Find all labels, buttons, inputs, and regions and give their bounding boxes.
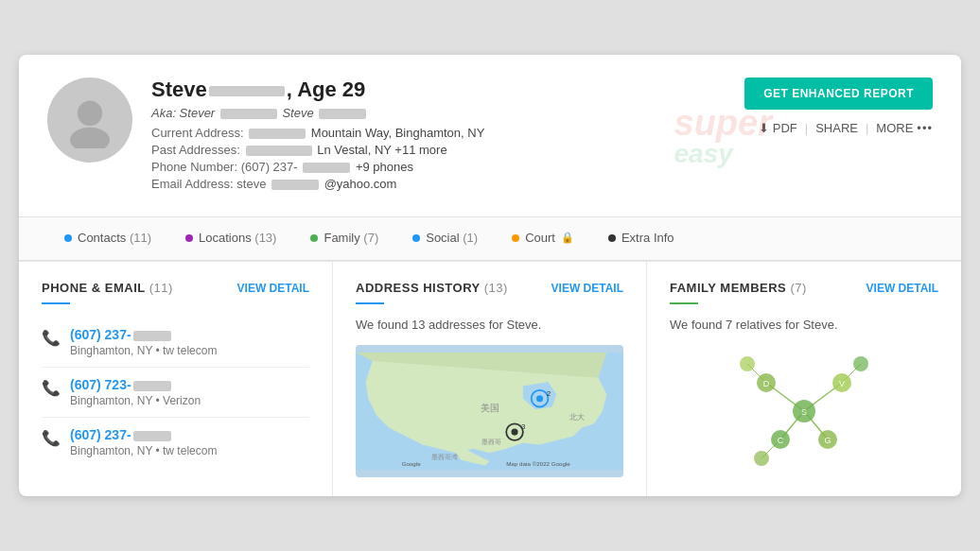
family-description: We found 7 relatives for Steve. xyxy=(670,318,938,332)
family-dot xyxy=(310,234,318,242)
svg-text:2: 2 xyxy=(547,389,551,398)
family-view-detail[interactable]: VIEW DETAIL xyxy=(866,282,938,295)
phone-icon-3: 📞 xyxy=(42,429,61,447)
phone1-redacted xyxy=(133,331,171,341)
address-view-detail[interactable]: VIEW DETAIL xyxy=(551,282,623,295)
map-container: 2 3 Google Map data ©2022 Google 美国 北大 墨… xyxy=(356,345,623,477)
phone-item-2: 📞 (607) 723- Binghamton, NY • Verizon xyxy=(42,368,309,418)
phone-email-view-detail[interactable]: VIEW DETAIL xyxy=(237,282,309,295)
address-history-col: ADDRESS HISTORY (13) VIEW DETAIL We foun… xyxy=(333,262,647,496)
address-underline xyxy=(356,302,384,304)
svg-point-7 xyxy=(511,429,517,436)
svg-point-0 xyxy=(78,101,102,126)
tab-extra-info[interactable]: Extra Info xyxy=(591,217,691,260)
profile-actions: GET ENHANCED REPORT ⬇ PDF | SHARE | MORE… xyxy=(744,77,933,135)
nav-tabs: Contacts (11) Locations (13) Family (7) … xyxy=(19,216,961,261)
phone-email-col: PHONE & EMAIL (11) VIEW DETAIL 📞 (607) 2… xyxy=(19,262,333,496)
download-icon: ⬇ xyxy=(759,121,769,135)
tab-court[interactable]: Court 🔒 xyxy=(495,217,591,260)
extra-dot xyxy=(608,234,616,242)
email-address: Email Address: steve @yahoo.com xyxy=(151,177,744,191)
aka-redacted-2 xyxy=(319,109,366,119)
phone-number: Phone Number: (607) 237- +9 phones xyxy=(151,160,744,174)
svg-text:3: 3 xyxy=(521,422,526,431)
profile-info: Steve, Age 29 Aka: Stever Steve Current … xyxy=(151,77,744,194)
phone-redacted xyxy=(303,163,350,173)
phone2-redacted xyxy=(133,381,171,391)
svg-point-1 xyxy=(70,128,110,148)
social-dot xyxy=(412,234,420,242)
tab-locations[interactable]: Locations (13) xyxy=(168,217,293,260)
svg-text:墨西哥湾: 墨西哥湾 xyxy=(431,454,458,460)
phone3-redacted xyxy=(133,431,171,441)
contacts-dot xyxy=(64,234,72,242)
share-link[interactable]: SHARE xyxy=(815,121,858,135)
tab-family[interactable]: Family (7) xyxy=(293,217,395,260)
pdf-link[interactable]: ⬇ PDF xyxy=(759,121,797,135)
family-members-header: FAMILY MEMBERS (7) VIEW DETAIL xyxy=(670,281,938,295)
current-address: Current Address: Mountain Way, Binghamto… xyxy=(151,126,744,140)
past-address-redacted xyxy=(246,146,312,156)
svg-text:Google: Google xyxy=(402,460,422,467)
svg-text:V: V xyxy=(839,379,845,388)
phone-email-underline xyxy=(42,302,70,304)
court-dot xyxy=(512,234,519,242)
address-history-header: ADDRESS HISTORY (13) VIEW DETAIL xyxy=(356,281,623,295)
svg-text:C: C xyxy=(778,436,784,445)
family-tree: S D V C G xyxy=(670,345,938,477)
svg-point-33 xyxy=(853,356,868,371)
svg-text:美国: 美国 xyxy=(481,403,499,413)
name-redacted xyxy=(209,86,285,96)
more-dots-icon: ••• xyxy=(917,121,933,135)
profile-name: Steve, Age 29 xyxy=(151,77,744,102)
main-card: Steve, Age 29 Aka: Stever Steve Current … xyxy=(19,55,961,496)
svg-text:北大: 北大 xyxy=(569,413,585,422)
svg-text:D: D xyxy=(763,379,770,388)
svg-text:G: G xyxy=(824,436,831,445)
tab-contacts[interactable]: Contacts (11) xyxy=(47,217,168,260)
more-link[interactable]: MORE ••• xyxy=(876,121,933,135)
family-members-col: FAMILY MEMBERS (7) VIEW DETAIL We found … xyxy=(647,262,961,496)
locations-dot xyxy=(185,234,193,242)
profile-header: Steve, Age 29 Aka: Stever Steve Current … xyxy=(19,55,961,216)
address-description: We found 13 addresses for Steve. xyxy=(356,318,623,332)
action-links: ⬇ PDF | SHARE | MORE ••• xyxy=(759,121,933,135)
svg-text:Map data ©2022 Google: Map data ©2022 Google xyxy=(506,460,570,467)
phone-icon-1: 📞 xyxy=(42,329,61,347)
lock-icon: 🔒 xyxy=(561,232,574,244)
avatar xyxy=(47,77,132,163)
svg-point-4 xyxy=(536,395,543,402)
enhanced-report-button[interactable]: GET ENHANCED REPORT xyxy=(744,77,933,110)
content-grid: PHONE & EMAIL (11) VIEW DETAIL 📞 (607) 2… xyxy=(19,261,961,496)
current-address-redacted xyxy=(249,129,306,139)
profile-aka: Aka: Stever Steve xyxy=(151,106,744,120)
email-redacted xyxy=(271,180,319,190)
svg-text:墨西哥: 墨西哥 xyxy=(481,439,501,445)
tab-social[interactable]: Social (1) xyxy=(395,217,495,260)
phone-email-header: PHONE & EMAIL (11) VIEW DETAIL xyxy=(42,281,309,295)
family-underline xyxy=(670,302,698,304)
svg-text:S: S xyxy=(801,407,807,417)
phone-icon-2: 📞 xyxy=(42,379,61,397)
past-addresses: Past Addresses: Ln Vestal, NY +11 more xyxy=(151,143,744,157)
phone-item-1: 📞 (607) 237- Binghamton, NY • tw telecom xyxy=(42,318,309,368)
svg-point-34 xyxy=(754,451,769,466)
phone-item-3: 📞 (607) 237- Binghamton, NY • tw telecom xyxy=(42,418,309,467)
svg-point-32 xyxy=(740,356,755,371)
aka-redacted-1 xyxy=(220,109,277,119)
